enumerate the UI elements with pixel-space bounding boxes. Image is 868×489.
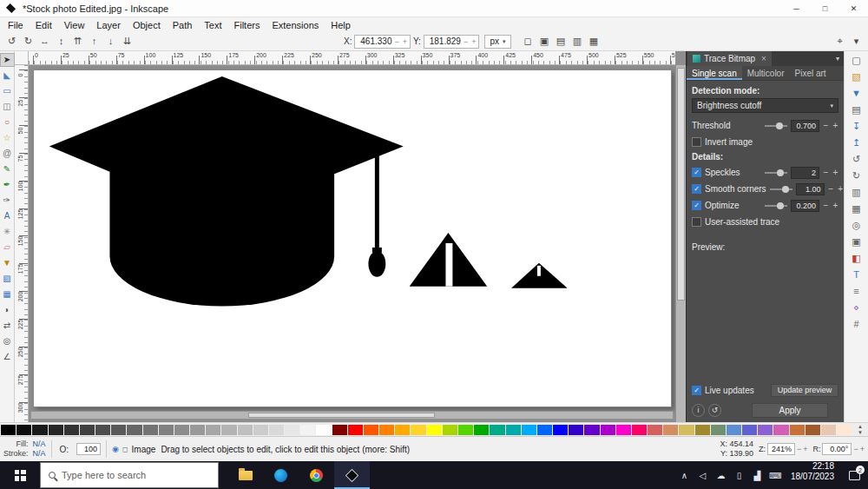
palette-up-icon[interactable]: ▲ (858, 424, 863, 430)
reset-button[interactable]: ↺ (708, 404, 721, 417)
pencil-tool[interactable]: ✎ (1, 163, 14, 175)
node-tool[interactable]: ◣ (1, 69, 14, 82)
palette-swatch[interactable] (16, 425, 31, 435)
dock-options-caret-icon[interactable]: ▾ (836, 55, 839, 63)
tab-pixel-art[interactable]: Pixel art (790, 66, 832, 80)
live-updates-checkbox[interactable]: ✓ (692, 386, 701, 395)
palette-swatch[interactable] (584, 425, 599, 435)
rotate-ccw-icon[interactable]: ↺ (3, 36, 20, 47)
threshold-slider[interactable] (765, 125, 787, 127)
menu-file[interactable]: File (2, 19, 30, 31)
document-page[interactable] (33, 69, 672, 407)
smooth-corners-slider[interactable] (770, 188, 792, 190)
x-increment-button[interactable]: + (402, 37, 408, 46)
star-tool[interactable]: ☆ (1, 132, 14, 144)
palette-swatch[interactable] (663, 425, 678, 435)
dialog-tab[interactable]: Trace Bitmap × (687, 51, 772, 66)
palette-swatch[interactable] (253, 425, 268, 435)
smooth-corners-checkbox[interactable]: ✓ (692, 184, 701, 194)
slider-handle[interactable] (776, 122, 783, 129)
horizontal-scrollbar-thumb[interactable] (248, 413, 435, 418)
palette-swatch[interactable] (411, 425, 425, 435)
user-assisted-checkbox[interactable] (692, 217, 701, 227)
palette-swatch[interactable] (427, 425, 442, 435)
menu-object[interactable]: Object (127, 19, 167, 31)
menu-text[interactable]: Text (198, 19, 227, 31)
palette-swatch[interactable] (443, 425, 457, 435)
onedrive-icon[interactable]: ☁ (712, 471, 730, 480)
flip-horizontal-icon[interactable]: ↔ (36, 36, 53, 47)
palette-swatch[interactable] (159, 425, 174, 435)
palette-swatch[interactable] (679, 425, 694, 435)
spiral-tool[interactable]: @ (1, 148, 14, 160)
palette-swatch[interactable] (364, 425, 378, 435)
palette-swatch[interactable] (174, 425, 189, 435)
palette-swatch[interactable] (458, 425, 473, 435)
invert-image-checkbox[interactable] (692, 137, 701, 147)
bucket-tool[interactable]: ▼ (1, 257, 14, 269)
optimize-slider[interactable] (765, 205, 787, 207)
toolbar-overflow-icon[interactable]: ▾ (848, 36, 865, 47)
palette-swatch[interactable] (742, 425, 757, 435)
text-tool[interactable]: A (1, 210, 14, 222)
transform-pattern-icon[interactable]: ▦ (586, 36, 602, 47)
palette-swatch[interactable] (379, 425, 394, 435)
palette-swatch[interactable] (49, 425, 63, 435)
palette-swatch[interactable] (695, 425, 710, 435)
connector-tool[interactable]: ⇄ (1, 320, 14, 332)
palette-swatch[interactable] (806, 425, 820, 435)
action-center-button[interactable]: 2 (840, 461, 868, 489)
palette-swatch[interactable] (821, 425, 836, 435)
zoom-increment-button[interactable]: + (803, 445, 807, 453)
palette-swatch[interactable] (143, 425, 158, 435)
smooth-corners-value[interactable]: 1.00 (796, 183, 825, 195)
rotation-increment-button[interactable]: + (860, 445, 865, 453)
palette-swatch[interactable] (395, 425, 410, 435)
info-button[interactable]: i (692, 404, 705, 417)
lock-ratio-icon[interactable]: ◻ (520, 36, 536, 47)
taskbar-file-explorer[interactable] (227, 461, 263, 489)
rotation-input[interactable]: 0.00° (822, 443, 852, 455)
hidden-icons-chevron-icon[interactable]: ∧ (675, 471, 694, 480)
mesh-tool[interactable]: ▦ (1, 288, 14, 301)
transform-stroke-icon[interactable]: ▣ (536, 36, 553, 47)
palette-swatch[interactable] (238, 425, 253, 435)
palette-swatch[interactable] (269, 425, 284, 435)
print-icon[interactable]: ▤ (850, 103, 864, 116)
copy-icon[interactable]: ▥ (850, 186, 864, 199)
palette-swatch[interactable] (506, 425, 521, 435)
pen-tool[interactable]: ✒ (1, 179, 14, 191)
tab-single-scan[interactable]: Single scan (687, 66, 742, 80)
zoom-drawing-icon[interactable]: ◎ (850, 219, 864, 232)
optimize-decrement-button[interactable]: − (823, 201, 829, 210)
palette-swatch[interactable] (64, 425, 79, 435)
export-icon[interactable]: ↥ (850, 136, 864, 149)
menu-layer[interactable]: Layer (90, 19, 127, 31)
close-button[interactable]: ✕ (839, 0, 868, 17)
selector-tool[interactable]: ➤ (1, 54, 14, 66)
palette-swatch[interactable] (837, 425, 852, 435)
traced-artwork[interactable] (34, 70, 671, 406)
fill-stroke-indicator[interactable]: Fill: N/A Stroke: N/A (3, 439, 46, 459)
raise-icon[interactable]: ↑ (86, 36, 102, 47)
open-document-icon[interactable]: ▧ (850, 70, 864, 83)
minimize-button[interactable]: ─ (782, 0, 811, 17)
palette-swatch[interactable] (95, 425, 110, 435)
layer-name[interactable]: Image (132, 445, 156, 454)
gradient-tool[interactable]: ▧ (1, 273, 14, 285)
menu-path[interactable]: Path (167, 19, 199, 31)
x-input[interactable]: 461.330 − + (354, 35, 411, 49)
network-icon[interactable]: ▟ (748, 471, 766, 480)
y-decrement-button[interactable]: − (463, 37, 469, 46)
battery-icon[interactable]: ▯ (730, 471, 748, 480)
palette-swatch[interactable] (490, 425, 504, 435)
restore-button[interactable]: □ (811, 0, 839, 17)
v-ruler[interactable]: 0255075100125150175200225250275300 (15, 65, 29, 422)
apply-button[interactable]: Apply (752, 403, 828, 418)
palette-swatch[interactable] (190, 425, 205, 435)
units-dropdown[interactable]: px ▾ (484, 35, 510, 49)
palette-swatch[interactable] (758, 425, 773, 435)
smooth-corners-decrement-button[interactable]: − (828, 184, 834, 194)
text-dialog-icon[interactable]: T (850, 268, 864, 281)
palette-swatch[interactable] (522, 425, 536, 435)
